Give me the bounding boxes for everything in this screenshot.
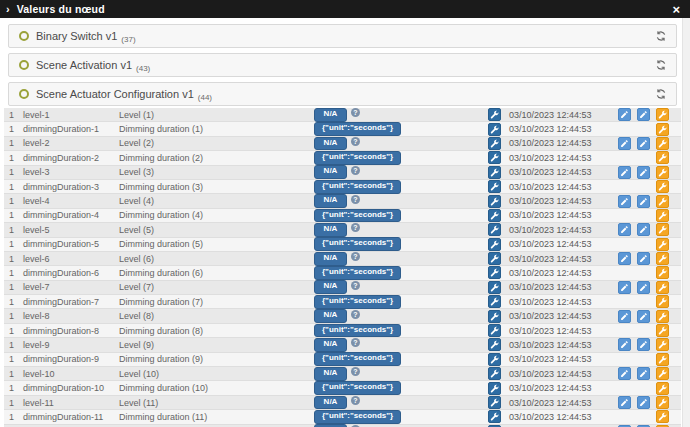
help-icon[interactable]: ? [351, 108, 360, 117]
value-badge[interactable]: {"unit":"seconds"} [314, 295, 401, 309]
refresh-icon[interactable] [655, 58, 669, 72]
set-value-wrench-icon[interactable] [488, 151, 501, 164]
value-badge[interactable]: N/A [314, 367, 347, 381]
configure-wrench-icon[interactable] [656, 295, 669, 308]
help-icon[interactable]: ? [351, 281, 360, 290]
value-badge[interactable]: N/A [314, 280, 347, 294]
edit-pencil-icon[interactable] [637, 396, 650, 409]
set-value-wrench-icon[interactable] [488, 410, 501, 423]
configure-wrench-icon[interactable] [656, 338, 669, 351]
set-value-wrench-icon[interactable] [488, 223, 501, 236]
set-value-wrench-icon[interactable] [488, 295, 501, 308]
refresh-icon[interactable] [655, 29, 669, 43]
set-value-wrench-icon[interactable] [488, 108, 501, 121]
set-value-wrench-icon[interactable] [488, 338, 501, 351]
set-value-wrench-icon[interactable] [488, 252, 501, 265]
configure-wrench-icon[interactable] [656, 367, 669, 380]
value-badge[interactable]: N/A [314, 194, 347, 208]
configure-wrench-icon[interactable] [656, 252, 669, 265]
set-value-wrench-icon[interactable] [488, 367, 501, 380]
edit-pencil-icon[interactable] [637, 338, 650, 351]
configure-wrench-icon[interactable] [656, 123, 669, 136]
section-binary-switch[interactable]: Binary Switch v1 (37) [8, 24, 677, 48]
help-icon[interactable]: ? [351, 396, 360, 405]
set-value-wrench-icon[interactable] [488, 123, 501, 136]
edit-pencil-icon[interactable] [618, 310, 631, 323]
value-badge[interactable]: {"unit":"seconds"} [314, 209, 401, 223]
configure-wrench-icon[interactable] [656, 108, 669, 121]
edit-pencil-icon[interactable] [637, 310, 650, 323]
help-icon[interactable]: ? [351, 310, 360, 319]
edit-pencil-icon[interactable] [618, 396, 631, 409]
value-badge[interactable]: N/A [314, 223, 347, 237]
refresh-icon[interactable] [655, 87, 669, 101]
configure-wrench-icon[interactable] [656, 310, 669, 323]
value-badge[interactable]: {"unit":"seconds"} [314, 122, 401, 136]
value-badge[interactable]: {"unit":"seconds"} [314, 352, 401, 366]
edit-pencil-icon[interactable] [637, 166, 650, 179]
configure-wrench-icon[interactable] [656, 396, 669, 409]
edit-pencil-icon[interactable] [637, 367, 650, 380]
section-scene-activation[interactable]: Scene Activation v1 (43) [8, 53, 677, 77]
value-badge[interactable]: {"unit":"seconds"} [314, 381, 401, 395]
value-badge[interactable]: {"unit":"seconds"} [314, 410, 401, 424]
edit-pencil-icon[interactable] [618, 281, 631, 294]
set-value-wrench-icon[interactable] [488, 353, 501, 366]
configure-wrench-icon[interactable] [656, 324, 669, 337]
configure-wrench-icon[interactable] [656, 223, 669, 236]
help-icon[interactable]: ? [351, 166, 360, 175]
set-value-wrench-icon[interactable] [488, 180, 501, 193]
value-badge[interactable]: N/A [314, 309, 347, 323]
value-badge[interactable]: N/A [314, 338, 347, 352]
edit-pencil-icon[interactable] [637, 223, 650, 236]
help-icon[interactable]: ? [351, 137, 360, 146]
edit-pencil-icon[interactable] [637, 252, 650, 265]
edit-pencil-icon[interactable] [637, 137, 650, 150]
configure-wrench-icon[interactable] [656, 151, 669, 164]
help-icon[interactable]: ? [351, 338, 360, 347]
set-value-wrench-icon[interactable] [488, 382, 501, 395]
configure-wrench-icon[interactable] [656, 180, 669, 193]
value-badge[interactable]: {"unit":"seconds"} [314, 151, 401, 165]
edit-pencil-icon[interactable] [618, 252, 631, 265]
set-value-wrench-icon[interactable] [488, 324, 501, 337]
value-badge[interactable]: N/A [314, 108, 347, 122]
section-scene-actuator-configuration[interactable]: Scene Actuator Configuration v1 (44) [8, 82, 677, 106]
edit-pencil-icon[interactable] [637, 108, 650, 121]
set-value-wrench-icon[interactable] [488, 281, 501, 294]
help-icon[interactable]: ? [351, 223, 360, 232]
configure-wrench-icon[interactable] [656, 166, 669, 179]
set-value-wrench-icon[interactable] [488, 310, 501, 323]
edit-pencil-icon[interactable] [618, 166, 631, 179]
configure-wrench-icon[interactable] [656, 195, 669, 208]
edit-pencil-icon[interactable] [618, 338, 631, 351]
edit-pencil-icon[interactable] [637, 281, 650, 294]
configure-wrench-icon[interactable] [656, 281, 669, 294]
configure-wrench-icon[interactable] [656, 137, 669, 150]
value-badge[interactable]: {"unit":"seconds"} [314, 180, 401, 194]
set-value-wrench-icon[interactable] [488, 266, 501, 279]
set-value-wrench-icon[interactable] [488, 195, 501, 208]
configure-wrench-icon[interactable] [656, 410, 669, 423]
set-value-wrench-icon[interactable] [488, 209, 501, 222]
value-badge[interactable]: {"unit":"seconds"} [314, 324, 401, 338]
value-badge[interactable]: {"unit":"seconds"} [314, 266, 401, 280]
configure-wrench-icon[interactable] [656, 238, 669, 251]
value-badge[interactable]: N/A [314, 396, 347, 410]
edit-pencil-icon[interactable] [618, 195, 631, 208]
edit-pencil-icon[interactable] [618, 367, 631, 380]
set-value-wrench-icon[interactable] [488, 396, 501, 409]
edit-pencil-icon[interactable] [618, 223, 631, 236]
set-value-wrench-icon[interactable] [488, 137, 501, 150]
configure-wrench-icon[interactable] [656, 266, 669, 279]
help-icon[interactable]: ? [351, 252, 360, 261]
set-value-wrench-icon[interactable] [488, 238, 501, 251]
value-badge[interactable]: N/A [314, 252, 347, 266]
configure-wrench-icon[interactable] [656, 382, 669, 395]
configure-wrench-icon[interactable] [656, 353, 669, 366]
value-badge[interactable]: {"unit":"seconds"} [314, 237, 401, 251]
close-icon[interactable]: × [668, 3, 684, 16]
value-badge[interactable]: N/A [314, 165, 347, 179]
edit-pencil-icon[interactable] [637, 195, 650, 208]
edit-pencil-icon[interactable] [618, 137, 631, 150]
